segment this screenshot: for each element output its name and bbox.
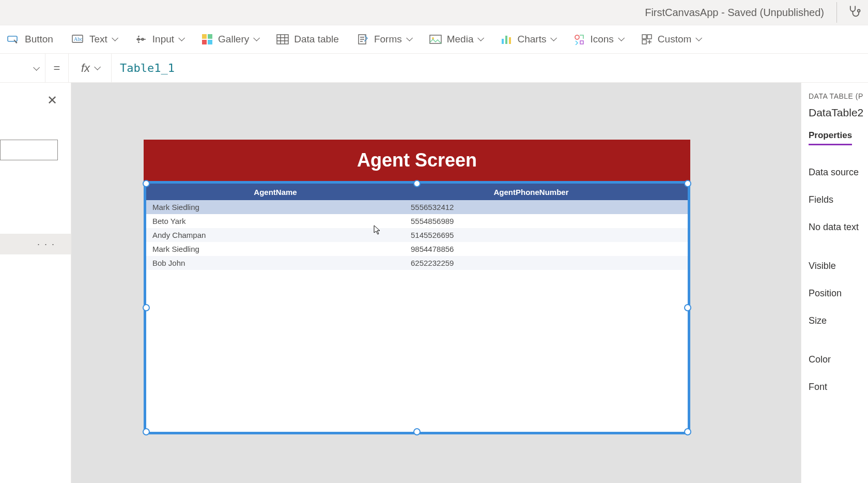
insert-icons[interactable]: Icons [570,32,625,47]
insert-button[interactable]: Button [4,32,56,47]
resize-handle[interactable] [143,304,150,311]
screen-title: Agent Screen [144,140,690,181]
chevron-down-icon [33,64,38,72]
prop-fields[interactable]: Fields [809,186,868,214]
insert-icons-label: Icons [590,34,613,45]
insert-charts-label: Charts [517,34,546,45]
table-row[interactable]: Beto Yark5554856989 [146,214,688,228]
prop-size[interactable]: Size [809,307,868,335]
svg-rect-6 [202,34,207,39]
title-bar: FirstCanvasApp - Saved (Unpublished) [0,0,868,25]
app-title: FirstCanvasApp - Saved (Unpublished) [645,7,824,19]
prop-position[interactable]: Position [809,280,868,307]
property-selector[interactable] [0,54,45,82]
resize-handle[interactable] [143,428,150,435]
resize-handle[interactable] [684,428,691,435]
chevron-down-icon [94,65,99,72]
column-header-agentname[interactable]: AgentName [146,188,405,197]
insert-text-label: Text [89,34,107,45]
text-icon: Abc [72,34,84,44]
insert-custom[interactable]: Custom [638,32,703,47]
svg-rect-1 [8,36,17,41]
insert-button-label: Button [25,34,53,45]
cell-agentname: Mark Siedling [152,203,411,212]
cell-agentname: Beto Yark [152,217,411,225]
prop-no-data-text[interactable]: No data text [809,214,868,241]
svg-rect-21 [642,40,646,44]
formula-bar: = fx [0,54,868,83]
chevron-down-icon [406,36,411,43]
cell-agentphone: 9854478856 [411,245,664,253]
chevron-down-icon [477,36,482,43]
cell-agentphone: 6252232259 [411,259,664,267]
table-row[interactable]: Bob John6252232259 [146,256,688,270]
cell-agentphone: 5556532412 [411,203,664,212]
chevron-down-icon [112,36,116,43]
tree-item-selected[interactable]: · · · [0,234,71,254]
control-name[interactable]: DataTable2 [809,107,868,119]
insert-forms-label: Forms [374,34,402,45]
tree-view-pane: ✕ · · · [0,83,71,483]
media-icon [429,34,442,44]
input-icon [135,34,147,44]
chevron-down-icon [178,36,183,43]
tree-search-input[interactable] [0,140,58,160]
insert-datatable[interactable]: Data table [273,32,342,47]
chevron-down-icon [253,36,258,43]
svg-rect-18 [580,41,583,44]
svg-rect-10 [277,35,288,44]
svg-rect-7 [208,34,212,39]
forms-icon [358,34,369,45]
button-icon [7,34,20,45]
prop-data-source[interactable]: Data source [809,159,868,186]
chevron-down-icon [618,36,623,43]
insert-media-label: Media [447,34,474,45]
chevron-down-icon [695,36,700,43]
canvas-area[interactable]: Agent Screen AgentName AgentPhoneNumber … [71,83,801,483]
table-row[interactable]: Andy Champan5145526695 [146,228,688,242]
datatable-icon [276,34,289,44]
insert-gallery-label: Gallery [218,34,249,45]
prop-visible[interactable]: Visible [809,252,868,280]
svg-rect-8 [202,40,207,44]
prop-color[interactable]: Color [809,346,868,373]
insert-text[interactable]: Abc Text [69,32,119,47]
properties-pane: DATA TABLE (P DataTable2 Properties Data… [801,83,868,483]
insert-datatable-label: Data table [294,34,339,45]
insert-charts[interactable]: Charts [498,32,558,47]
control-type-label: DATA TABLE (P [809,92,868,100]
prop-font[interactable]: Font [809,373,868,401]
svg-rect-19 [642,35,646,39]
datatable-control[interactable]: AgentName AgentPhoneNumber Mark Siedling… [144,181,690,434]
fx-button[interactable]: fx [68,54,112,82]
insert-ribbon: Button Abc Text Input Gallery Data table… [0,25,868,54]
resize-handle[interactable] [143,180,150,187]
tab-properties[interactable]: Properties [809,130,852,145]
resize-handle[interactable] [684,304,691,311]
equals-sign: = [45,62,68,75]
insert-input[interactable]: Input [132,32,186,47]
insert-gallery[interactable]: Gallery [198,32,261,47]
custom-icon [641,34,653,45]
cell-agentphone: 5554856989 [411,217,664,225]
insert-custom-label: Custom [658,34,691,45]
resize-handle[interactable] [684,180,691,187]
cell-agentphone: 5145526695 [411,231,664,239]
insert-forms[interactable]: Forms [354,32,414,47]
table-row[interactable]: Mark Siedling5556532412 [146,200,688,214]
cell-agentname: Andy Champan [152,231,411,239]
app-checker-icon[interactable] [847,4,862,21]
svg-text:Abc: Abc [74,36,83,42]
formula-input[interactable] [112,54,868,82]
table-row[interactable]: Mark Siedling9854478856 [146,242,688,256]
close-icon[interactable]: ✕ [47,93,57,108]
insert-media[interactable]: Media [426,32,486,47]
column-header-agentphone[interactable]: AgentPhoneNumber [405,188,658,197]
resize-handle[interactable] [413,180,421,187]
fx-label: fx [81,62,90,75]
resize-handle[interactable] [413,428,421,435]
more-icon[interactable]: · · · [37,239,55,250]
app-screen: Agent Screen AgentName AgentPhoneNumber … [144,140,690,434]
cell-agentname: Bob John [152,259,411,267]
insert-input-label: Input [152,34,174,45]
